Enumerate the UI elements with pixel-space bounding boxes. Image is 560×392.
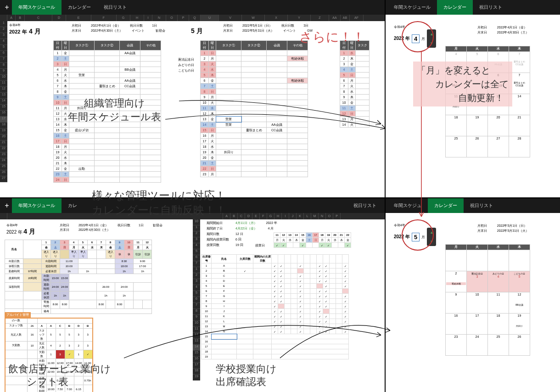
arrow-month-change [417,51,431,221]
shift-meta: 月初日 2022年4月1日（金） 祝日日数 1日 歓迎会 月末日 2022年4月… [60,223,162,232]
calendar-grid-apr: 月火水木 456AA会議7書類まとめCC会議 4BB会議56AA会議7書類まとめ… [445,46,530,157]
school-meta: 期間開始日4月11日（月） 2022 年 期間終了日4月22日（金） 4 月 期… [207,220,277,248]
tab-holidays[interactable]: 祝日リスト [464,198,499,213]
school-day-header: 111213141516171819202122 月火水木金土日月火水木金 ✓✓… [274,232,351,248]
toolbar: + 年間スケジュール カレンダー 祝日リスト [0,0,385,15]
mgmt-table: のべ数 スタッフ数26AACBDB 充足人数16スタッフ数55533 欠勤数10… [5,318,93,392]
chevron-up-icon[interactable]: ▲ [430,32,433,36]
row-numbers-school: 10123 4567 1234 5678 9101112 131415 1617… [193,219,200,381]
toolbar-br: 年間スケジュ カレンダー 祝日リスト [386,198,560,213]
column-headers-bl: ABC DEF GHI JKL MNO P [0,213,385,219]
vertical-divider [385,0,386,392]
toolbar-bl: + 年間スケジュール カレ 祝日リスト [0,198,385,213]
shift-table: 氏名 123456789101112 金土日月火水木金土日月火 遅入り遅入り早入… [5,240,152,314]
horizontal-divider [0,197,560,198]
shift-header: 令和4年 2022 年 4 月 [6,223,35,236]
partial-table: 日付曜日タスク 1水 2木 3金 4土 5日 6月 7火 8水 9木 10金 1… [340,40,370,128]
selected-cell[interactable]: 営業 [216,117,241,122]
calendar-quadrant-br: 年間スケジュ カレンダー 祝日リスト 令和4年 2022 年 5 月 ▲ ▼ 月… [386,198,560,392]
may-table: 日付曜日タスク①タスク②会議その他 1日 2月有給休暇 3火 4水 5木 6金有… [200,40,308,177]
column-headers: ABC DEF GHI NOP QUV WXY ZAAAB AF [0,15,385,21]
month-spinner[interactable]: ▲ ▼ [427,228,436,246]
toolbar-tr: 年間スケジュール カレンダー 祝日リスト [386,0,560,15]
sheet-body: 1234 5678 9101112 13141516 171819 202122… [0,21,385,182]
month-stepper-value[interactable]: 4 [412,34,420,43]
tab-calendar[interactable]: カレンダー [62,0,97,15]
add-sheet-icon[interactable]: + [2,202,12,210]
tab-calendar[interactable]: カレンダー [437,0,473,15]
add-sheet-icon[interactable]: + [2,3,12,11]
selected-cell-school[interactable] [212,334,237,339]
april-meta: 月初日2022年4月1日（金） 祝日日数 1日 月末日2022年4月30日（土）… [72,23,165,33]
tab-cal-partial[interactable]: カレ [62,198,84,213]
april-table: 日付曜日タスク①タスク②会議その他 1金AA会議 2土 3日 4月BB会議 5火… [53,40,161,183]
may-header: 5 月 [191,23,203,35]
chevron-up-icon[interactable]: ▲ [430,230,433,235]
tab-holidays[interactable]: 祝日リスト [97,0,133,15]
tab-schedule[interactable]: 年間スケジュール [12,198,62,213]
tab-calendar[interactable]: カレンダー [428,198,464,213]
calendar-grid-may: 月火水木 2有給休暇憲法記念日3みどりの日4こどもの日5 9101112BB会議… [445,244,530,356]
tab-schedule[interactable]: 年間スケジュール [387,0,437,15]
cal-meta-may: 月初日 2022年5月1日（日） 月末日 2022年5月31日（火） [477,223,529,233]
chevron-down-icon[interactable]: ▼ [430,41,433,45]
month-stepper-value[interactable]: 5 [412,233,420,241]
chevron-down-icon[interactable]: ▼ [430,240,433,244]
shift-quadrant-bl: + 年間スケジュール カレ 祝日リスト ABC DEF GHI JKL MNO … [0,198,385,392]
cal-header-may: 令和4年 2022 年 5 月 ▲ ▼ [394,223,436,246]
calendar-quadrant-tr: 年間スケジュール カレンダー 祝日リスト 令和4年 2022 年 4 月 ▲ ▼… [386,0,560,197]
may-holidays: 憲法記念日 みどりの日 こどもの日 [178,46,194,73]
april-header: 令和4年 2022 年 4 月 [9,23,41,36]
schedule-quadrant-tl: + 年間スケジュール カレンダー 祝日リスト ABC DEF GHI NOP Q… [0,0,385,197]
may-meta: 月初日2022年5月1日（日） 祝日日数 3日 月末日2022年5月31日（火）… [223,23,313,33]
tab-schedule[interactable]: 年間スケジュール [12,0,62,15]
attendance-table: 出席番号氏名欠席日数期間内の欠席日数 1A✓✓✓✓✓✓ 2B✓✓✓✓✓✓ 3C✓… [201,254,349,359]
month-spinner[interactable]: ▲ ▼ [427,29,436,48]
row-numbers: 1234 5678 9101112 13141516 171819 202122… [0,21,7,182]
auth-row-label: 授業日 [255,243,265,248]
tab-holidays[interactable]: 祝日リスト [347,198,383,213]
cal-header-apr: 令和4年 2022 年 4 月 ▲ ▼ [394,25,436,48]
cal-meta-apr: 月初日 2022年4月1日（金） 月末日 2022年4月30日（土） [477,25,529,35]
tab-holidays[interactable]: 祝日リスト [473,0,509,15]
mgmt-title: アルバイト管理 [5,312,31,318]
